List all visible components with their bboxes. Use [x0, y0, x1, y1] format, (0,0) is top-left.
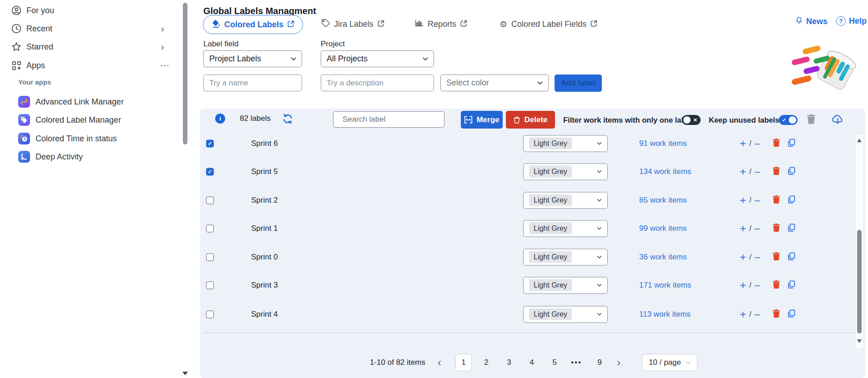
sidebar-item-recent[interactable]: Recent ›	[0, 20, 182, 38]
row-color-select[interactable]: Light Grey	[523, 135, 608, 152]
add-to-work-items-button[interactable]: +	[740, 138, 746, 149]
add-to-work-items-button[interactable]: +	[740, 223, 746, 234]
refresh-icon[interactable]	[282, 113, 293, 126]
news-link[interactable]: News	[795, 16, 828, 27]
copy-label-icon[interactable]	[788, 139, 795, 149]
copy-label-icon[interactable]	[788, 280, 795, 290]
pagination-prev-button[interactable]: ‹	[434, 354, 445, 371]
sidebar-app-colored-label-manager[interactable]: Colored Label Manager	[0, 111, 182, 129]
row-checkbox[interactable]: ✓	[206, 168, 214, 175]
copy-label-icon[interactable]	[788, 167, 795, 177]
description-input[interactable]	[321, 75, 434, 91]
row-checkbox[interactable]	[206, 310, 214, 318]
add-to-work-items-button[interactable]: +	[740, 195, 746, 206]
sidebar-item-for-you[interactable]: For you	[0, 1, 182, 20]
row-checkbox[interactable]	[206, 281, 214, 289]
row-checkbox[interactable]	[206, 196, 214, 204]
row-color-select[interactable]: Light Grey	[523, 220, 608, 237]
row-checkbox[interactable]: ✓	[206, 139, 214, 147]
remove-from-work-items-button[interactable]: –	[755, 309, 760, 319]
copy-label-icon[interactable]	[788, 309, 795, 319]
delete-label-icon[interactable]	[772, 252, 780, 262]
delete-label-icon[interactable]	[772, 138, 780, 149]
add-to-work-items-button[interactable]: +	[740, 309, 746, 320]
sidebar-scroll-down-arrow[interactable]	[182, 372, 188, 375]
copy-label-icon[interactable]	[788, 252, 795, 262]
work-items-link[interactable]: 36 work items	[639, 253, 687, 262]
add-label-button[interactable]: Add label	[555, 75, 602, 92]
pagination-page-9[interactable]: 9	[591, 354, 608, 371]
merge-button[interactable]: Merge	[461, 111, 503, 129]
sidebar-app-colored-time-in-status[interactable]: Colored Time in status	[0, 129, 182, 148]
row-color-select[interactable]: Light Grey	[523, 277, 608, 293]
chevron-right-icon[interactable]: ›	[161, 42, 164, 51]
sidebar-item-starred[interactable]: Starred ›	[0, 38, 182, 56]
work-items-link[interactable]: 134 work items	[639, 167, 691, 176]
work-items-link[interactable]: 171 work items	[639, 281, 691, 290]
search-input[interactable]	[342, 114, 444, 124]
delete-button[interactable]: Delete	[506, 111, 555, 129]
delete-label-icon[interactable]	[772, 223, 780, 234]
row-ops: + / –	[740, 166, 760, 177]
remove-from-work-items-button[interactable]: –	[755, 224, 760, 234]
more-options-icon[interactable]: ⋯	[160, 60, 170, 71]
remove-from-work-items-button[interactable]: –	[755, 167, 760, 177]
name-input[interactable]	[203, 75, 302, 91]
add-to-work-items-button[interactable]: +	[740, 252, 746, 263]
row-color-select[interactable]: Light Grey	[523, 192, 608, 209]
info-icon[interactable]: i	[215, 114, 225, 124]
delete-label-icon[interactable]	[772, 309, 780, 319]
external-link-icon	[288, 20, 294, 30]
pagination-page-2[interactable]: 2	[478, 354, 495, 371]
remove-from-work-items-button[interactable]: –	[755, 280, 760, 290]
delete-label-icon[interactable]	[772, 280, 780, 290]
filter-one-label-toggle[interactable]: ✕	[682, 115, 701, 125]
row-color-select[interactable]: Light Grey	[523, 249, 608, 265]
remove-from-work-items-button[interactable]: –	[755, 195, 760, 205]
sidebar-item-apps[interactable]: Apps ⋯	[0, 56, 182, 75]
pagination-page-5[interactable]: 5	[546, 354, 563, 371]
sidebar-app-deep-activity[interactable]: Deep Activity	[0, 148, 182, 166]
work-items-link[interactable]: 99 work items	[639, 224, 687, 233]
tab-reports[interactable]: Reports	[415, 15, 467, 33]
pagination-page-4[interactable]: 4	[524, 354, 540, 371]
copy-label-icon[interactable]	[788, 224, 795, 234]
row-checkbox[interactable]	[206, 224, 214, 232]
label-field-select[interactable]: Project Labels	[203, 50, 302, 67]
delete-label-icon[interactable]	[772, 166, 780, 177]
cloud-download-icon[interactable]	[832, 113, 844, 126]
pagination-page-3[interactable]: 3	[501, 354, 517, 371]
pagination-page-1[interactable]: 1	[455, 354, 472, 371]
row-checkbox[interactable]	[206, 253, 214, 261]
color-select[interactable]: Select color	[440, 75, 549, 91]
remove-from-work-items-button[interactable]: –	[755, 252, 760, 262]
work-items-link[interactable]: 85 work items	[639, 196, 687, 205]
tab-colored-labels[interactable]: Colored Labels	[203, 15, 303, 34]
help-link[interactable]: ? Help	[836, 16, 867, 26]
row-color-select[interactable]: Light Grey	[523, 306, 608, 323]
row-color-select[interactable]: Light Grey	[523, 163, 608, 180]
tab-colored-label-fields[interactable]: ⚙ Colored Label Fields	[500, 15, 597, 33]
remove-from-work-items-button[interactable]: –	[755, 139, 760, 149]
table-row: Sprint 4 Light Grey 113 work items + / –	[200, 300, 855, 328]
page-size-select[interactable]: 10 / page	[642, 354, 697, 371]
project-select[interactable]: All Projects	[321, 50, 434, 67]
keep-unused-labels-toggle[interactable]: ✓	[779, 115, 797, 125]
pagination-ellipsis[interactable]: •••	[566, 354, 586, 371]
external-link-icon	[460, 20, 467, 29]
table-scroll-down-arrow[interactable]	[857, 339, 862, 343]
bulk-trash-icon[interactable]	[807, 114, 816, 126]
work-items-link[interactable]: 91 work items	[639, 139, 687, 148]
sidebar-scrollbar-thumb[interactable]	[183, 3, 187, 144]
delete-label-icon[interactable]	[772, 195, 780, 205]
pagination-next-button[interactable]: ›	[613, 354, 624, 371]
table-scroll-up-arrow[interactable]	[857, 139, 862, 142]
table-scrollbar-thumb[interactable]	[857, 230, 862, 333]
add-to-work-items-button[interactable]: +	[740, 280, 746, 291]
sidebar-app-advanced-link-manager[interactable]: Advanced Link Manager	[0, 93, 182, 111]
copy-label-icon[interactable]	[788, 195, 795, 205]
work-items-link[interactable]: 113 work items	[639, 310, 691, 319]
chevron-right-icon[interactable]: ›	[161, 24, 164, 33]
add-to-work-items-button[interactable]: +	[740, 166, 746, 177]
tab-jira-labels[interactable]: Jira Labels	[321, 15, 384, 33]
